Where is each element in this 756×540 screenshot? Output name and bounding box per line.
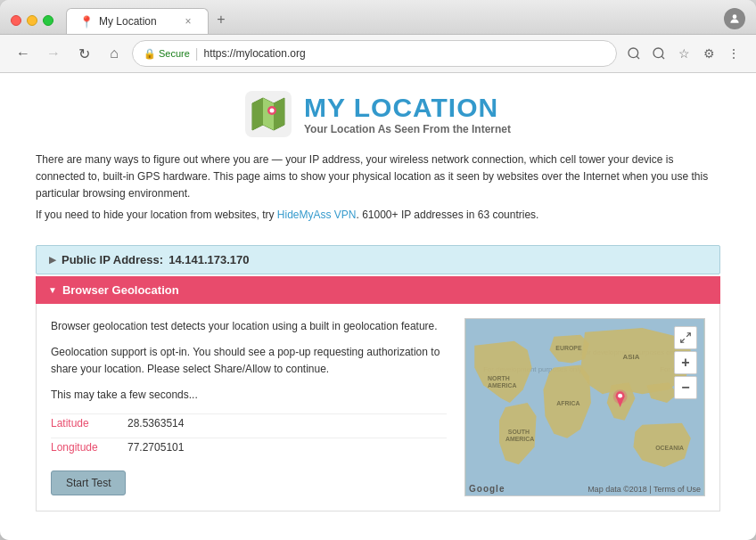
geo-header-label: Browser Geolocation xyxy=(62,283,179,297)
map-container[interactable]: For development purposes only For develo… xyxy=(464,318,705,496)
tab-title: My Location xyxy=(99,15,157,28)
svg-point-25 xyxy=(618,393,622,397)
svg-text:ASIA: ASIA xyxy=(623,352,640,360)
settings-button[interactable]: ⚙ xyxy=(697,42,720,65)
svg-point-1 xyxy=(629,48,638,58)
intro-paragraph-1: There are many ways to figure out where … xyxy=(36,151,720,203)
traffic-lights xyxy=(11,15,53,26)
svg-point-0 xyxy=(733,14,737,19)
site-subtitle: Your Location As Seen From the Internet xyxy=(304,123,511,135)
map-attribution: Map data ©2018 | Terms of Use xyxy=(588,485,701,494)
active-tab[interactable]: 📍 My Location × xyxy=(66,8,209,34)
start-test-button[interactable]: Start Test xyxy=(51,470,126,495)
svg-line-2 xyxy=(637,56,639,59)
navigation-bar: ← → ↻ ⌂ Secure | https://mylocation.org … xyxy=(0,35,756,73)
title-bar: 📍 My Location × + xyxy=(0,0,756,35)
site-logo xyxy=(245,91,292,137)
bookmark-button[interactable]: ☆ xyxy=(672,42,695,65)
latitude-label: Latitude xyxy=(51,417,113,430)
longitude-row: Longitude 77.2705101 xyxy=(51,438,447,456)
url-display: https://mylocation.org xyxy=(204,47,606,60)
map-controls: + − xyxy=(674,326,697,399)
tab-area: 📍 My Location × + xyxy=(66,7,717,34)
new-tab-button[interactable]: + xyxy=(209,7,234,32)
geo-desc-2: Geolocation support is opt-in. You shoul… xyxy=(51,344,447,378)
tab-icon: 📍 xyxy=(79,15,94,29)
svg-line-4 xyxy=(662,56,664,59)
site-title-block: MY LOCATION Your Location As Seen From t… xyxy=(304,93,511,135)
geo-section-body: Browser geolocation test detects your lo… xyxy=(36,304,720,511)
svg-text:EUROPE: EUROPE xyxy=(555,344,582,350)
search-button[interactable] xyxy=(647,42,670,65)
nav-right-buttons: ☆ ⚙ ⋮ xyxy=(622,42,745,65)
svg-marker-9 xyxy=(274,98,284,130)
map-fullscreen-button[interactable] xyxy=(674,326,697,349)
site-title: MY LOCATION xyxy=(304,93,511,123)
refresh-button[interactable]: ↻ xyxy=(71,41,96,66)
more-button[interactable]: ⋮ xyxy=(722,42,745,65)
address-divider: | xyxy=(195,46,199,61)
svg-point-3 xyxy=(653,48,663,58)
geo-left-panel: Browser geolocation test detects your lo… xyxy=(51,318,447,496)
vpn-link[interactable]: HideMyAss VPN xyxy=(277,209,357,221)
map-zoom-in-button[interactable]: + xyxy=(674,351,697,374)
home-button[interactable]: ⌂ xyxy=(102,41,127,66)
page-content: MY LOCATION Your Location As Seen From t… xyxy=(0,73,756,540)
geo-fields: Latitude 28.5363514 Longitude 77.2705101 xyxy=(51,413,447,456)
section-divider xyxy=(36,227,720,245)
map-google-watermark: Google xyxy=(469,484,505,494)
longitude-label: Longitude xyxy=(51,441,113,454)
forward-button[interactable]: → xyxy=(41,41,66,66)
geo-right-panel: For development purposes only For develo… xyxy=(464,318,705,496)
reader-view-button[interactable] xyxy=(622,42,645,65)
geo-section-header[interactable]: Browser Geolocation xyxy=(36,276,720,304)
ip-label: Public IP Address: xyxy=(62,253,163,266)
address-bar[interactable]: Secure | https://mylocation.org xyxy=(132,40,617,67)
longitude-value: 77.2705101 xyxy=(127,441,184,454)
geo-desc-3: This may take a few seconds... xyxy=(51,387,447,404)
svg-text:AFRICA: AFRICA xyxy=(556,400,579,406)
secure-badge: Secure xyxy=(144,48,190,60)
geo-desc-1: Browser geolocation test detects your lo… xyxy=(51,318,447,335)
intro-paragraph-2: If you need to hide your location from w… xyxy=(36,207,720,224)
map-zoom-out-button[interactable]: − xyxy=(674,376,697,399)
map-svg: For development purposes only For develo… xyxy=(465,319,704,495)
svg-point-12 xyxy=(269,109,274,113)
browser-window: 📍 My Location × + ← → ↻ ⌂ Secure | https… xyxy=(0,0,756,540)
site-header: MY LOCATION Your Location As Seen From t… xyxy=(36,91,720,137)
svg-text:OCEANIA: OCEANIA xyxy=(655,444,684,450)
minimize-window-button[interactable] xyxy=(27,15,37,26)
back-button[interactable]: ← xyxy=(11,41,36,66)
intro-prefix: If you need to hide your location from w… xyxy=(36,209,277,221)
svg-line-27 xyxy=(681,339,685,342)
maximize-window-button[interactable] xyxy=(43,15,53,26)
latitude-value: 28.5363514 xyxy=(127,417,184,430)
tab-close-button[interactable]: × xyxy=(181,14,195,29)
ip-value: 14.141.173.170 xyxy=(168,253,249,266)
close-window-button[interactable] xyxy=(11,15,21,26)
intro-suffix: . 61000+ IP addresses in 63 countries. xyxy=(357,209,539,221)
ip-address-section: Public IP Address: 14.141.173.170 xyxy=(36,245,720,274)
svg-marker-7 xyxy=(252,98,263,130)
svg-line-26 xyxy=(686,333,690,337)
browser-profile-icon[interactable] xyxy=(724,8,745,29)
latitude-row: Latitude 28.5363514 xyxy=(51,413,447,432)
